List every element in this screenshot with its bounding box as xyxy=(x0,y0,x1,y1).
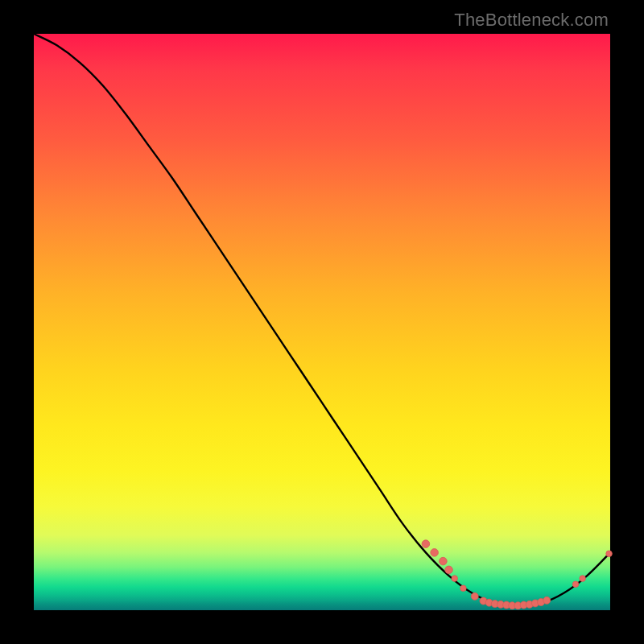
data-marker xyxy=(606,551,613,557)
data-marker xyxy=(440,557,448,565)
marker-group xyxy=(422,540,612,609)
data-marker xyxy=(471,592,478,600)
chart-stage: TheBottleneck.com xyxy=(0,0,644,644)
plot-area xyxy=(34,34,610,610)
data-marker xyxy=(543,597,551,604)
watermark-text: TheBottleneck.com xyxy=(454,10,609,31)
data-marker xyxy=(460,585,467,592)
curve-svg xyxy=(34,34,610,610)
data-marker xyxy=(572,581,579,588)
data-marker xyxy=(452,576,458,582)
bottleneck-curve xyxy=(34,34,610,606)
data-marker xyxy=(422,540,430,548)
data-marker xyxy=(431,549,439,557)
data-marker xyxy=(580,576,586,582)
data-marker xyxy=(445,566,453,574)
